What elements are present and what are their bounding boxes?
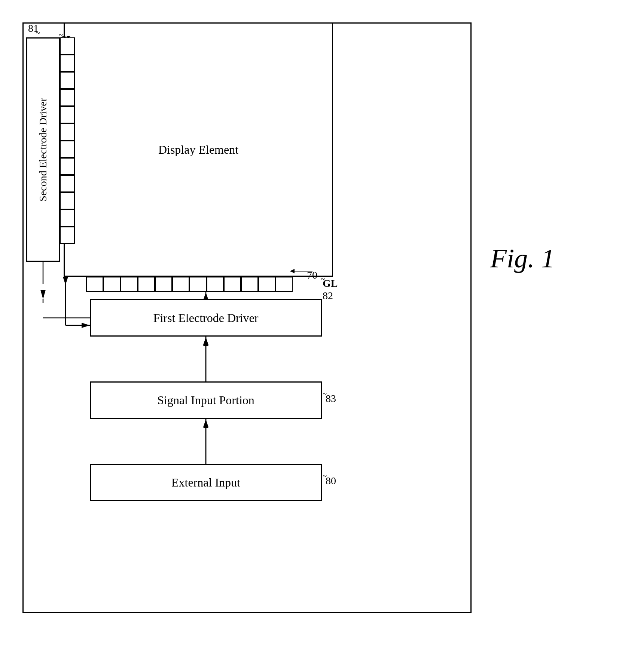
ref-83: 83 — [326, 393, 336, 405]
external-input-box: External Input — [90, 464, 322, 501]
gl-cell-5 — [155, 277, 172, 292]
gl-cell-6 — [172, 277, 189, 292]
sl-cell-4 — [60, 89, 75, 106]
ref-82: 82 — [323, 290, 333, 302]
gl-cell-4 — [138, 277, 155, 292]
external-input-label: External Input — [171, 476, 240, 490]
display-element-label: Display Element — [158, 143, 238, 157]
ref-83-tilde: ~ — [323, 390, 327, 398]
ref-81-tilde: ~ — [36, 28, 40, 38]
second-electrode-driver-box: Second Electrode Driver — [26, 37, 60, 262]
sl-cell-10 — [60, 192, 75, 209]
svg-marker-1 — [290, 269, 295, 273]
gl-cell-7 — [189, 277, 207, 292]
display-element-box: Display Element — [64, 22, 333, 277]
second-electrode-label: Second Electrode Driver — [37, 98, 49, 202]
signal-input-label: Signal Input Portion — [157, 393, 254, 407]
gl-cell-11 — [258, 277, 275, 292]
gl-cell-8 — [207, 277, 224, 292]
sl-cell-3 — [60, 72, 75, 89]
gl-cell-12 — [275, 277, 293, 292]
sl-cell-12 — [60, 227, 75, 244]
sl-cell-6 — [60, 123, 75, 141]
sl-cell-1 — [60, 37, 75, 55]
sl-lines — [60, 37, 75, 244]
gl-cell-3 — [121, 277, 138, 292]
gl-cell-10 — [241, 277, 258, 292]
sl-cell-2 — [60, 55, 75, 72]
signal-input-portion-box: Signal Input Portion — [90, 381, 322, 419]
ref-80-tilde: ~ — [323, 472, 327, 481]
figure-label: Fig. 1 — [490, 243, 555, 274]
page-container: Display Element 70 Second Electrode Driv… — [0, 0, 619, 672]
sl-cell-7 — [60, 141, 75, 158]
ref-80: 80 — [326, 475, 336, 487]
gl-label: GL — [323, 277, 338, 289]
first-electrode-label: First Electrode Driver — [153, 311, 259, 325]
sl-cell-11 — [60, 209, 75, 227]
sl-cell-9 — [60, 175, 75, 192]
ref-70: 70 — [307, 269, 317, 281]
gl-cell-9 — [224, 277, 241, 292]
sl-cell-5 — [60, 106, 75, 123]
gl-tilde: ~ — [321, 275, 325, 283]
gl-cell-1 — [86, 277, 103, 292]
first-electrode-driver-box: First Electrode Driver — [90, 299, 322, 337]
gl-cell-2 — [103, 277, 121, 292]
sl-cell-8 — [60, 158, 75, 175]
gl-lines — [86, 277, 293, 292]
